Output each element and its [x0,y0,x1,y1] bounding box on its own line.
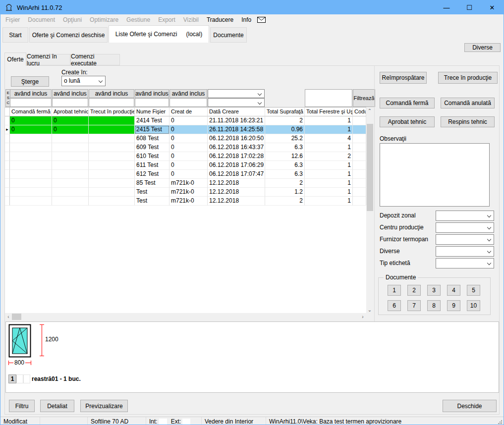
tab-Documente[interactable]: Documente [210,27,247,43]
table-row[interactable]: 608 Test006.12.2018 16:20:5025.24 [5,134,366,143]
filter-input[interactable] [135,98,169,107]
filtreaza-button[interactable]: Filtrează [353,89,375,107]
table-row[interactable]: 610 Test006.12.2018 17:02:2812.62 [5,152,366,161]
filter-input[interactable] [89,98,134,107]
document-button-10[interactable]: 10 [467,300,480,311]
table-cell: 06.12.2018 16:43:37 [208,143,265,152]
document-button-4[interactable]: 4 [447,285,460,296]
previzualizare-button[interactable]: Previzualizare [80,400,128,412]
filter-avand-inclus-button[interactable]: având inclus [169,89,207,98]
document-button-7[interactable]: 7 [407,300,421,311]
filter-input[interactable] [10,98,52,107]
detaliat-button[interactable]: Detaliat [40,400,74,412]
status-colors: Int: Ext: [146,417,202,425]
table-row[interactable]: 002414 Test021.11.2018 16:23:2121 [5,116,366,125]
field-label-Diverse: Diverse [380,248,400,255]
column-header[interactable]: Total Suprafaţă [265,107,305,116]
menu-item-Vizibil[interactable]: Vizibil [179,16,203,23]
column-header[interactable]: Aprobat tehnic [52,107,89,116]
table-row[interactable]: 609 Test006.12.2018 16:43:376.31 [5,143,366,152]
menu-item-Optimizare[interactable]: Optimizare [86,16,122,23]
deschide-button[interactable]: Deschide [443,400,497,412]
filter-avand-inclus-button[interactable]: având inclus [135,89,169,98]
aprobat-tehnic-button[interactable]: Aprobat tehnic [380,116,435,127]
filter-avand-inclus-button[interactable]: având inclus [52,89,88,98]
tab-Oferte şi Comenzi deschise[interactable]: Oferte şi Comenzi deschise [29,27,108,43]
maximize-button[interactable]: ☐ [458,0,481,14]
table-cell [89,152,135,161]
vertical-scrollbar[interactable]: ⌃ ⌄ [366,107,374,313]
field-select-Furnizor termopan[interactable] [436,234,494,245]
table-row[interactable]: 611 Test006.12.2018 17:06:296.31 [5,161,366,170]
field-select-Tip etichetă[interactable] [436,258,494,268]
subtab-Oferte[interactable]: Oferte [4,53,26,66]
comanda-ferma-button[interactable]: Comandă fermă [380,98,435,108]
filter-avand-inclus-button[interactable]: având inclus [89,89,134,98]
column-header[interactable]: Total Ferestre şi Uşi [305,107,353,116]
filter-text-input[interactable] [305,89,352,107]
document-button-1[interactable]: 1 [388,285,401,296]
tab-Start[interactable]: Start [2,27,28,43]
menu-item-Info[interactable]: Info [237,16,255,23]
scroll-right-icon[interactable]: › [359,313,366,320]
column-header[interactable]: Trecut în producţie [89,107,135,116]
minimize-button[interactable]: — [435,0,458,14]
document-button-9[interactable]: 9 [447,300,460,311]
table-row[interactable]: Testm721k-012.12.20181.21 [5,188,366,197]
observatii-textarea[interactable] [380,143,490,207]
mail-icon[interactable] [257,17,266,23]
filter-avand-inclus-button[interactable]: având inclus [10,89,52,98]
resize-grip-icon[interactable] [497,417,504,425]
int-color-swatch [159,419,167,425]
table-row[interactable]: 85 Testm721k-012.12.201821 [5,179,366,188]
field-select-Depozit zonal[interactable] [436,211,494,221]
column-header[interactable]: Codu [353,107,366,116]
trece-in-productie-button[interactable]: Trece în producţie [438,72,498,84]
respins-tehnic-button[interactable]: Respins tehnic [441,116,495,127]
filter-input[interactable] [52,98,88,107]
table-cell: 2 [305,152,353,161]
document-button-3[interactable]: 3 [427,285,441,296]
sterge-button[interactable]: Şterge [11,76,49,87]
item-checkbox[interactable] [23,374,30,383]
column-header[interactable]: Comandă fermă [10,107,52,116]
field-select-Centru producţie[interactable] [436,222,494,233]
column-header[interactable]: Nume Fişier [135,107,169,116]
comanda-anulata-button[interactable]: Comandă anulată [441,98,495,108]
menu-item-Gestiune[interactable]: Gestiune [122,16,154,23]
menu-item-Fişier[interactable]: Fişier [1,16,24,23]
filtru-button[interactable]: Filtru [9,400,35,412]
vertical-scroll-thumb[interactable] [367,124,373,211]
filter-date-select-2[interactable] [208,98,265,107]
column-header[interactable]: Dată Creare [208,107,265,116]
filter-input[interactable] [169,98,207,107]
scroll-down-icon[interactable]: ⌄ [366,306,373,313]
menu-item-Export[interactable]: Export [154,16,179,23]
create-in-select[interactable]: o lună [61,76,106,86]
subtab-Comenzi executate[interactable]: Comenzi executate [70,54,120,65]
item-index[interactable]: 1 [8,374,16,383]
document-button-5[interactable]: 5 [467,285,480,296]
menu-item-Document[interactable]: Document [24,16,59,23]
subtab-Comenzi în lucru[interactable]: Comenzi în lucru [26,54,70,65]
item-checkbox[interactable] [16,374,23,383]
scroll-left-icon[interactable]: ‹ [5,313,12,320]
reimprospatare-button[interactable]: Reîmprospătare [380,72,427,84]
document-button-8[interactable]: 8 [427,300,441,311]
filter-date-select[interactable] [208,89,265,98]
menu-item-Traducere[interactable]: Traducere [203,16,237,23]
document-button-2[interactable]: 2 [407,285,421,296]
tab-Liste Oferte şi Comenzi[interactable]: Liste Oferte şi Comenzi(local) [109,25,209,43]
scroll-up-icon[interactable]: ⌃ [366,107,373,114]
document-button-6[interactable]: 6 [388,300,401,311]
menu-item-Opţiuni[interactable]: Opţiuni [59,16,86,23]
horizontal-scroll-thumb[interactable] [12,314,21,320]
diverse-button[interactable]: Diverse [464,43,501,52]
close-button[interactable]: ✕ [481,0,504,14]
column-header[interactable]: Creat de [169,107,208,116]
field-select-Diverse[interactable] [436,246,494,257]
table-row[interactable]: ▸002415 Test026.11.2018 14:25:580.961 [5,125,366,134]
horizontal-scrollbar[interactable]: ‹ › [5,313,366,320]
table-row[interactable]: 612 Test006.12.2018 17:07:476.31 [5,170,366,179]
table-row[interactable]: Testm721k-012.12.201821 [5,197,366,206]
